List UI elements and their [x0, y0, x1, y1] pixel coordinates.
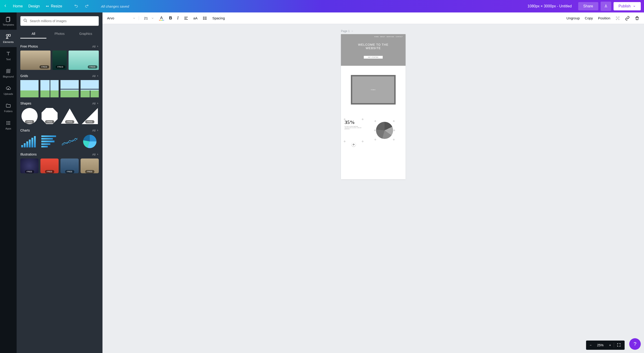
bold-button[interactable]: B: [169, 16, 172, 20]
position-button[interactable]: Position: [598, 16, 610, 20]
rail-elements[interactable]: Elements: [0, 30, 16, 47]
svg-marker-4: [6, 37, 8, 38]
delete-button[interactable]: [635, 16, 640, 20]
nav-home: HOME: [374, 36, 379, 37]
page-label[interactable]: Page 1: [341, 29, 406, 33]
zoom-out-button[interactable]: −: [587, 343, 594, 347]
ungroup-button[interactable]: Ungroup: [566, 16, 580, 20]
pie-chart-element[interactable]: [367, 119, 402, 141]
fullscreen-button[interactable]: [614, 343, 624, 348]
rail-folders[interactable]: Folders: [0, 99, 16, 116]
filter-tab-graphics[interactable]: Graphics: [73, 29, 99, 38]
stat-text-block[interactable]: 35% the action or activity of gathering …: [344, 119, 363, 141]
hero-title-2: WEBSITE: [341, 46, 406, 50]
svg-rect-27: [618, 16, 620, 17]
grid-thumb-4[interactable]: [80, 80, 99, 97]
list-button[interactable]: [203, 16, 207, 20]
page-remainder[interactable]: [341, 147, 406, 179]
illus-thumb-1[interactable]: FREE: [20, 158, 38, 173]
italic-button[interactable]: I: [177, 16, 179, 20]
chart-bar-thumb[interactable]: [20, 134, 38, 148]
nav-about: ABOUT: [380, 36, 385, 37]
document-title[interactable]: 1080px × 3000px - Untitled: [528, 4, 572, 8]
search-input[interactable]: [30, 19, 96, 23]
text-color-button[interactable]: A: [159, 16, 164, 20]
illus-thumb-3[interactable]: FREE: [60, 158, 79, 173]
svg-point-12: [8, 124, 9, 125]
rail-uploads[interactable]: Uploads: [0, 82, 16, 99]
chart-hbar-thumb[interactable]: [40, 134, 59, 148]
copy-button[interactable]: Copy: [585, 16, 593, 20]
align-button[interactable]: [184, 16, 188, 20]
chart-pie-thumb[interactable]: [80, 134, 99, 148]
svg-rect-25: [616, 16, 617, 17]
svg-point-22: [203, 17, 204, 17]
svg-rect-3: [8, 34, 10, 36]
rotate-handle[interactable]: ⟳: [352, 142, 356, 146]
download-button[interactable]: [600, 1, 611, 11]
illus-thumb-2[interactable]: FREE: [40, 158, 59, 173]
filter-tab-all[interactable]: All: [20, 29, 46, 38]
photo-thumb-3[interactable]: FREE: [68, 50, 99, 70]
rail-bkground[interactable]: Bkground: [0, 64, 16, 82]
grids-all[interactable]: All: [92, 74, 99, 78]
grid-thumb-3[interactable]: [60, 80, 79, 97]
svg-point-5: [6, 121, 8, 122]
hero-section[interactable]: HOME ABOUT SERVICES CONTACT WELCOME TO T…: [341, 34, 406, 66]
free-photos-all[interactable]: All: [92, 45, 99, 48]
photo-thumb-1[interactable]: FREE: [20, 50, 50, 70]
shape-octagon[interactable]: FREE: [40, 107, 59, 124]
font-select[interactable]: Arvo: [107, 16, 139, 20]
home-link[interactable]: Home: [13, 4, 23, 8]
grid-thumb-1[interactable]: [20, 80, 38, 97]
shape-right-triangle[interactable]: FREE: [80, 107, 99, 124]
rail-text[interactable]: Text: [0, 47, 16, 64]
rail-apps[interactable]: Apps: [0, 116, 16, 134]
spacing-button[interactable]: Spacing: [212, 16, 225, 20]
rail-templates[interactable]: Templates: [0, 12, 16, 30]
share-button[interactable]: Share: [578, 2, 598, 10]
video-placeholder: VIDEO: [351, 75, 396, 104]
nav-services: SERVICES: [387, 36, 394, 37]
search-input-wrap[interactable]: [20, 16, 99, 26]
resize-button[interactable]: Resize: [46, 4, 62, 8]
free-badge: FREE: [40, 65, 49, 68]
resize-label: Resize: [51, 4, 62, 8]
font-size-select[interactable]: 21: [144, 16, 154, 20]
stats-section[interactable]: 35% the action or activity of gathering …: [341, 115, 406, 146]
video-section[interactable]: VIDEO: [341, 66, 406, 114]
help-button[interactable]: ?: [629, 338, 641, 350]
zoom-in-button[interactable]: +: [606, 343, 614, 347]
shape-circle[interactable]: FREE: [20, 107, 38, 124]
section-charts: Charts: [20, 128, 30, 132]
publish-button[interactable]: Publish: [614, 2, 641, 10]
undo-icon[interactable]: [74, 3, 79, 9]
svg-point-6: [8, 121, 9, 122]
transparency-button[interactable]: [616, 16, 620, 20]
redo-icon[interactable]: [84, 3, 89, 9]
chart-line-thumb[interactable]: [60, 134, 79, 148]
svg-point-14: [24, 19, 26, 21]
link-button[interactable]: [625, 16, 630, 20]
shape-triangle[interactable]: FREE: [60, 107, 79, 124]
charts-all[interactable]: All: [92, 129, 99, 132]
svg-point-24: [203, 19, 204, 19]
uppercase-button[interactable]: aA: [194, 16, 198, 20]
photo-thumb-2[interactable]: FREE: [52, 50, 66, 70]
illustrations-all[interactable]: All: [92, 153, 99, 156]
svg-point-13: [9, 124, 10, 125]
design-link[interactable]: Design: [28, 4, 40, 8]
back-icon[interactable]: [3, 4, 8, 9]
canvas-area: Arvo 21 A B I aA Spacing Ungroup Copy Po…: [102, 12, 644, 353]
svg-point-11: [6, 124, 8, 125]
topbar-left: Home Design Resize All changes saved: [3, 3, 129, 9]
canvas-viewport[interactable]: Page 1 HOME ABOUT SERVICES CONTACT WELCO…: [102, 24, 644, 353]
design-page[interactable]: HOME ABOUT SERVICES CONTACT WELCOME TO T…: [341, 34, 406, 179]
shapes-all[interactable]: All: [92, 102, 99, 105]
search-icon: [23, 18, 28, 23]
filter-tab-photos[interactable]: Photos: [46, 29, 72, 38]
illus-thumb-4[interactable]: FREE: [80, 158, 99, 173]
zoom-level[interactable]: 25%: [594, 343, 606, 347]
stat-description: the action or activity of gathering info…: [344, 126, 363, 130]
grid-thumb-2[interactable]: [40, 80, 59, 97]
